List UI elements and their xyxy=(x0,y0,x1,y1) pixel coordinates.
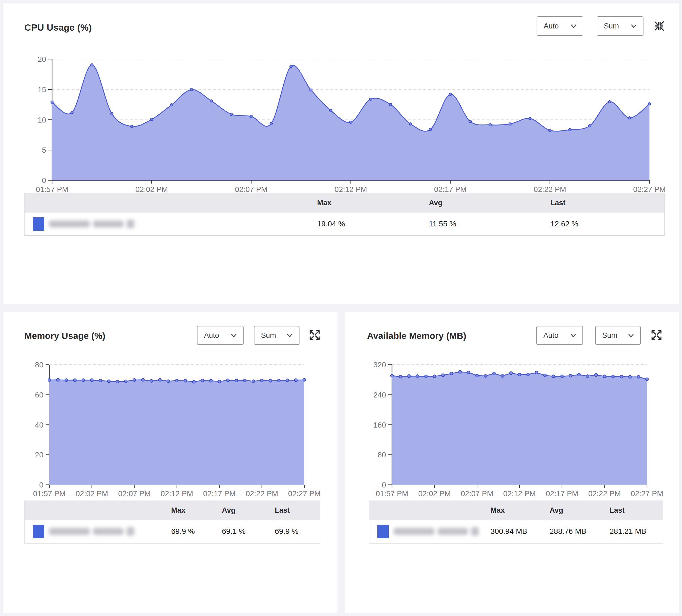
panel-title: Available Memory (MB) xyxy=(367,331,466,341)
data-point xyxy=(124,380,127,383)
data-point xyxy=(192,380,195,383)
y-tick-label: 20 xyxy=(35,451,43,459)
expand-button[interactable] xyxy=(309,329,321,341)
series-name-redacted xyxy=(49,220,134,228)
data-point xyxy=(227,379,229,381)
data-point xyxy=(493,372,495,375)
data-point xyxy=(509,372,512,374)
data-point xyxy=(150,118,153,121)
data-point xyxy=(369,98,372,100)
data-point xyxy=(476,374,478,377)
data-point xyxy=(389,103,392,106)
y-tick-label: 60 xyxy=(35,391,43,399)
column-header-last: Last xyxy=(610,506,663,515)
series-area xyxy=(392,372,647,485)
data-point xyxy=(399,375,402,378)
data-point xyxy=(133,379,136,381)
data-point xyxy=(56,379,59,381)
last-value: 281.21 MB xyxy=(610,527,663,536)
interval-select[interactable]: Auto xyxy=(536,326,583,345)
data-point xyxy=(442,374,445,377)
legend-table: Max Avg Last 300.94 MB 288.76 MB 281.21 … xyxy=(369,500,663,544)
x-tick-label: 02:02 PM xyxy=(418,489,451,498)
series-color-swatch xyxy=(33,525,44,538)
column-header-avg: Avg xyxy=(222,506,275,515)
data-point xyxy=(51,101,53,103)
data-point xyxy=(91,64,93,66)
x-tick-label: 02:27 PM xyxy=(288,489,321,498)
data-point xyxy=(286,379,289,381)
data-point xyxy=(260,379,263,382)
data-point xyxy=(416,375,419,377)
series-name-cell[interactable] xyxy=(369,525,491,538)
aggregation-select[interactable]: Sum xyxy=(254,326,299,345)
aggregation-select[interactable]: Sum xyxy=(595,326,641,345)
legend-table-header: Max Avg Last xyxy=(25,193,664,213)
memory-usage-panel: Memory Usage (%) Auto Sum 02040608001:57… xyxy=(3,312,337,613)
data-point xyxy=(99,379,102,382)
data-point xyxy=(252,380,255,383)
data-point xyxy=(409,123,412,125)
x-tick-label: 01:57 PM xyxy=(36,185,68,194)
interval-select[interactable]: Auto xyxy=(537,16,583,36)
data-point xyxy=(467,371,470,374)
data-point xyxy=(170,103,173,106)
interval-select[interactable]: Auto xyxy=(197,326,244,345)
data-point xyxy=(429,128,432,131)
data-point xyxy=(637,376,640,378)
data-point xyxy=(250,115,252,118)
chevron-down-icon xyxy=(286,332,294,339)
data-point xyxy=(277,379,280,382)
data-point xyxy=(269,379,272,382)
series-color-swatch xyxy=(377,525,389,538)
y-tick-label: 240 xyxy=(373,391,386,399)
y-tick-label: 320 xyxy=(373,361,386,369)
available-memory-chart: 08016024032001:57 PM02:02 PM02:07 PM02:1… xyxy=(362,350,680,500)
x-tick-label: 02:02 PM xyxy=(76,489,108,498)
chevron-down-icon xyxy=(570,22,577,30)
column-header-avg: Avg xyxy=(550,506,610,515)
column-header-last: Last xyxy=(550,199,664,207)
x-tick-label: 02:17 PM xyxy=(203,489,236,498)
data-point xyxy=(270,122,272,125)
y-tick-label: 80 xyxy=(378,451,386,459)
legend-row: 69.9 % 69.1 % 69.9 % xyxy=(25,520,320,543)
data-point xyxy=(620,375,623,378)
data-point xyxy=(586,375,589,377)
x-tick-label: 01:57 PM xyxy=(33,489,66,498)
legend-row: 300.94 MB 288.76 MB 281.21 MB xyxy=(369,520,663,543)
y-tick-label: 15 xyxy=(38,86,46,94)
series-name-cell[interactable] xyxy=(25,217,317,231)
expand-icon xyxy=(651,329,662,341)
x-tick-label: 02:12 PM xyxy=(335,185,367,194)
column-header-last: Last xyxy=(275,506,320,515)
last-value: 12.62 % xyxy=(550,220,664,228)
data-point xyxy=(150,380,153,382)
y-tick-label: 20 xyxy=(38,55,46,64)
data-point xyxy=(349,121,352,123)
series-name-cell[interactable] xyxy=(25,525,171,538)
data-point xyxy=(294,379,297,381)
expand-button[interactable] xyxy=(651,329,662,341)
select-value: Auto xyxy=(204,331,219,340)
data-point xyxy=(629,376,631,378)
data-point xyxy=(612,375,614,378)
data-point xyxy=(65,379,68,381)
chevron-down-icon xyxy=(630,22,637,30)
data-point xyxy=(569,128,571,131)
y-tick-label: 160 xyxy=(373,421,386,429)
column-header-avg: Avg xyxy=(429,199,550,207)
y-tick-label: 5 xyxy=(42,146,46,154)
collapse-button[interactable] xyxy=(653,20,665,32)
aggregation-select[interactable]: Sum xyxy=(597,16,643,36)
data-point xyxy=(243,379,246,382)
data-point xyxy=(290,65,292,68)
data-point xyxy=(210,100,213,102)
data-point xyxy=(407,375,410,377)
x-tick-label: 02:07 PM xyxy=(118,489,151,498)
max-value: 19.04 % xyxy=(317,220,429,228)
data-point xyxy=(131,125,133,127)
data-point xyxy=(310,89,312,91)
cpu-usage-panel: CPU Usage (%) Auto Sum 0510152001:57 PM0… xyxy=(3,3,679,304)
memory-usage-chart: 02040608001:57 PM02:02 PM02:07 PM02:12 P… xyxy=(19,350,337,500)
